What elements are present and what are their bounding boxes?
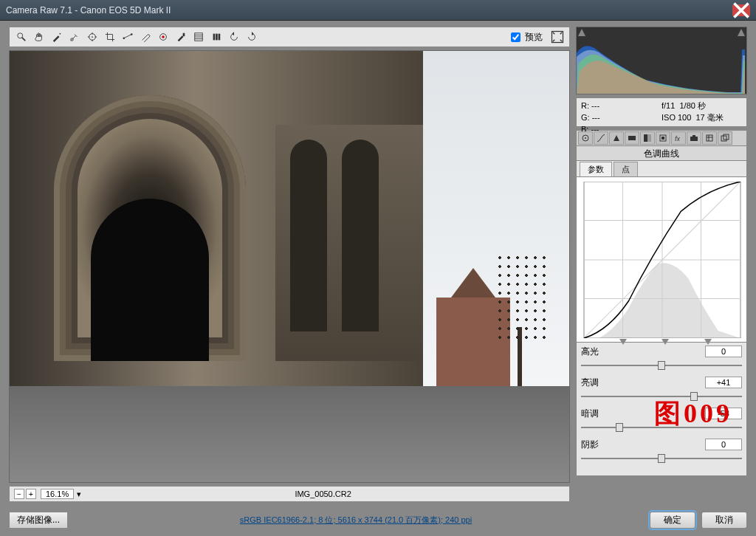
svg-point-7 <box>131 33 133 35</box>
highlights-label: 高光 <box>581 346 608 358</box>
panel-tab-tonecurve[interactable] <box>594 131 608 145</box>
panel-title: 色调曲线 <box>576 146 747 161</box>
highlight-clip-icon[interactable] <box>738 29 745 36</box>
panel-tab-lens[interactable] <box>656 131 670 145</box>
top-toolbar: 预览 <box>9 27 570 47</box>
bottom-bar: 存储图像... sRGB IEC61966-2.1; 8 位; 5616 x 3… <box>9 509 747 530</box>
window-title: Camera Raw 7.1 - Canon EOS 5D Mark II <box>6 5 171 16</box>
panel-tab-presets[interactable] <box>702 131 717 145</box>
hand-tool[interactable] <box>32 30 47 44</box>
panel-tab-snapshots[interactable] <box>718 131 732 145</box>
watermark-label: 图009 <box>654 396 732 432</box>
white-balance-tool[interactable] <box>49 30 64 44</box>
sub-tab-parametric[interactable]: 参数 <box>580 162 612 176</box>
sub-tab-point[interactable]: 点 <box>614 162 638 176</box>
window-close-button[interactable] <box>732 4 750 16</box>
shadows-slider[interactable] <box>581 453 742 464</box>
preview-label: 预览 <box>525 31 543 44</box>
histogram[interactable] <box>576 27 747 95</box>
zoom-out-button[interactable]: − <box>14 489 24 499</box>
left-pane: 预览 − + 16.1% ▾ IMG_0050.CR2 <box>9 27 570 502</box>
rotate-left-tool[interactable] <box>227 30 241 44</box>
svg-rect-24 <box>690 137 698 141</box>
fullscreen-button[interactable] <box>550 30 565 44</box>
svg-rect-10 <box>183 33 185 36</box>
svg-point-9 <box>162 35 165 38</box>
ok-button[interactable]: 确定 <box>650 512 695 529</box>
window-titlebar: Camera Raw 7.1 - Canon EOS 5D Mark II <box>0 0 756 21</box>
straighten-tool[interactable] <box>120 30 135 44</box>
darks-label: 暗调 <box>581 408 608 420</box>
zoom-in-button[interactable]: + <box>26 489 36 499</box>
preferences-tool[interactable] <box>209 30 224 44</box>
panel-tab-strip: fx <box>576 130 747 146</box>
svg-rect-20 <box>647 134 651 142</box>
image-preview[interactable] <box>9 50 570 483</box>
curve-region-handle-shadows[interactable] <box>619 337 627 343</box>
exif-readout: f/11 1/80 秒 ISO 100 17 毫米 <box>662 100 742 125</box>
panel-tab-basic[interactable] <box>578 131 593 145</box>
panel-tab-detail[interactable] <box>609 131 624 145</box>
shadows-value[interactable] <box>705 439 742 450</box>
filename-label: IMG_0050.CR2 <box>81 489 565 498</box>
svg-rect-12 <box>213 34 216 41</box>
svg-rect-22 <box>662 137 664 140</box>
graduated-filter-tool[interactable] <box>191 30 206 44</box>
save-image-button[interactable]: 存储图像... <box>9 512 68 529</box>
highlights-value[interactable] <box>705 346 742 357</box>
workarea: 预览 − + 16.1% ▾ IMG_0050.CR2 <box>0 21 756 536</box>
shadows-label: 阴影 <box>581 439 608 451</box>
color-sampler-tool[interactable] <box>67 30 82 44</box>
tone-curve-chart[interactable] <box>576 177 747 343</box>
panel-tab-splittone[interactable] <box>640 131 655 145</box>
svg-rect-14 <box>219 34 221 41</box>
workflow-options-link[interactable]: sRGB IEC61966-2.1; 8 位; 5616 x 3744 (21.… <box>68 515 644 526</box>
highlights-slider[interactable] <box>581 360 742 371</box>
zoom-tool[interactable] <box>14 30 29 44</box>
panel-tab-fx[interactable]: fx <box>671 131 686 145</box>
spot-removal-tool[interactable] <box>138 30 153 44</box>
svg-rect-19 <box>644 134 647 142</box>
preview-checkbox-input[interactable] <box>511 32 520 42</box>
redeye-tool[interactable] <box>156 30 171 44</box>
svg-rect-26 <box>707 135 712 141</box>
curve-sub-tabs: 参数 点 <box>576 161 747 177</box>
zoom-bar: − + 16.1% ▾ IMG_0050.CR2 <box>9 486 570 502</box>
svg-point-0 <box>18 33 23 38</box>
preview-image-content <box>10 51 569 482</box>
curve-region-handle-mid[interactable] <box>662 337 669 343</box>
svg-text:fx: fx <box>675 135 681 142</box>
metadata-readout: R: --- G: --- B: --- f/11 1/80 秒 ISO 100… <box>576 97 747 127</box>
right-pane: R: --- G: --- B: --- f/11 1/80 秒 ISO 100… <box>576 27 747 476</box>
shadow-clip-icon[interactable] <box>578 29 585 36</box>
lights-label: 亮调 <box>581 377 608 389</box>
lights-value[interactable] <box>705 377 742 388</box>
panel-tab-hsl[interactable] <box>625 131 639 145</box>
svg-rect-18 <box>628 136 636 140</box>
zoom-value[interactable]: 16.1% <box>41 489 74 499</box>
svg-rect-25 <box>693 135 695 137</box>
svg-line-1 <box>22 38 25 41</box>
crop-tool[interactable] <box>103 30 117 44</box>
svg-point-17 <box>585 137 586 139</box>
svg-point-2 <box>60 33 61 35</box>
preview-checkbox[interactable]: 预览 <box>511 31 543 44</box>
rotate-right-tool[interactable] <box>244 30 259 44</box>
curve-region-handle-highlights[interactable] <box>704 337 712 343</box>
svg-rect-13 <box>216 34 218 41</box>
targeted-adjustment-tool[interactable] <box>85 30 100 44</box>
adjustment-brush-tool[interactable] <box>173 30 188 44</box>
cancel-button[interactable]: 取消 <box>701 512 747 529</box>
panel-tab-camera[interactable] <box>687 131 701 145</box>
rgb-readout: R: --- G: --- B: --- <box>581 100 662 125</box>
svg-point-6 <box>123 37 125 39</box>
svg-point-5 <box>92 36 93 38</box>
